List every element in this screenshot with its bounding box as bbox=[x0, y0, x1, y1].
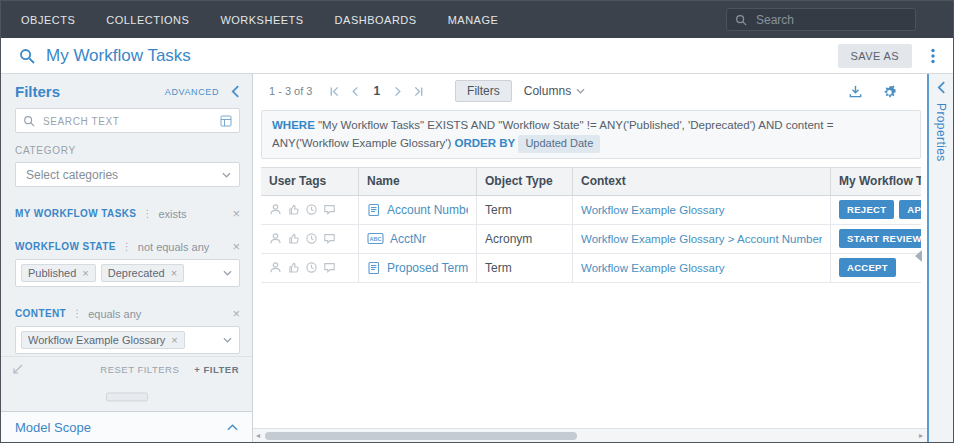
filter-name: MY WORKFLOW TASKS bbox=[15, 208, 136, 219]
properties-tab-label[interactable]: Properties bbox=[934, 103, 948, 162]
model-scope-section[interactable]: Model Scope bbox=[1, 411, 252, 442]
expand-panel-icon[interactable] bbox=[937, 81, 946, 94]
filters-toggle-button[interactable]: Filters bbox=[455, 80, 512, 102]
clock-icon[interactable] bbox=[305, 203, 318, 216]
user-icon[interactable] bbox=[269, 232, 282, 245]
filter-search-input[interactable] bbox=[41, 114, 214, 128]
expand-properties-handle[interactable] bbox=[915, 250, 922, 262]
category-label: CATEGORY bbox=[15, 145, 238, 156]
thumbs-up-icon[interactable] bbox=[287, 203, 300, 216]
column-header-context[interactable]: Context bbox=[573, 168, 831, 195]
remove-value-icon[interactable]: × bbox=[171, 335, 177, 346]
context-link[interactable]: Workflow Example Glossary bbox=[581, 262, 725, 274]
reset-filters-button[interactable]: RESET FILTERS bbox=[100, 364, 179, 375]
filter-value-pill: Published × bbox=[21, 264, 96, 282]
drag-handle-icon[interactable]: ⋮ bbox=[142, 209, 152, 219]
search-icon bbox=[735, 14, 747, 26]
column-header-name[interactable]: Name bbox=[359, 168, 477, 195]
nav-item-objects[interactable]: OBJECTS bbox=[21, 14, 75, 26]
filter-group-workflow-state: WORKFLOW STATE ⋮ not equals any × bbox=[15, 240, 240, 253]
category-select-input[interactable] bbox=[24, 167, 216, 183]
thumbs-up-icon[interactable] bbox=[287, 261, 300, 274]
approve-button[interactable]: APPROVE bbox=[899, 200, 921, 219]
scrollbar-thumb[interactable] bbox=[265, 432, 577, 440]
clock-icon[interactable] bbox=[305, 261, 318, 274]
object-type-text: Term bbox=[485, 203, 512, 217]
chevron-down-icon bbox=[576, 88, 585, 94]
chevron-up-icon[interactable] bbox=[227, 424, 238, 431]
clock-icon[interactable] bbox=[305, 232, 318, 245]
user-tag-icons bbox=[269, 232, 336, 245]
order-by-badge[interactable]: Updated Date bbox=[518, 135, 600, 153]
horizontal-scrollbar[interactable]: ◂ ▸ bbox=[253, 428, 927, 442]
model-scope-label: Model Scope bbox=[15, 420, 91, 435]
context-link[interactable]: Workflow Example Glossary bbox=[581, 204, 725, 216]
next-page-button[interactable] bbox=[387, 86, 408, 97]
object-type-text: Acronym bbox=[485, 232, 532, 246]
thumbs-up-icon[interactable] bbox=[287, 232, 300, 245]
remove-filter-icon[interactable]: × bbox=[232, 240, 240, 253]
column-header-my-workflow-tasks[interactable]: My Workflow Tasks bbox=[831, 168, 921, 195]
properties-panel-collapsed[interactable]: Properties bbox=[927, 74, 953, 442]
corner-arrow-icon[interactable] bbox=[11, 363, 24, 376]
columns-label: Columns bbox=[524, 84, 571, 98]
column-header-object-type[interactable]: Object Type bbox=[477, 168, 573, 195]
chevron-down-icon[interactable] bbox=[223, 270, 232, 276]
table-row: Proposed Term Term Workflow Example Glos… bbox=[261, 254, 921, 283]
category-select[interactable] bbox=[15, 162, 240, 187]
remove-value-icon[interactable]: × bbox=[82, 268, 88, 279]
add-filter-button[interactable]: + FILTER bbox=[194, 364, 239, 375]
previous-page-button[interactable] bbox=[345, 86, 366, 97]
panel-resize-grip[interactable] bbox=[106, 392, 148, 401]
user-icon[interactable] bbox=[269, 203, 282, 216]
context-link[interactable]: Workflow Example Glossary > Account Numb… bbox=[581, 233, 822, 245]
asset-name-link[interactable]: Proposed Term bbox=[387, 261, 468, 275]
remove-value-icon[interactable]: × bbox=[171, 268, 177, 279]
advanced-filters-link[interactable]: ADVANCED bbox=[165, 87, 219, 97]
filter-search-box[interactable] bbox=[15, 108, 240, 133]
results-area: 1 - 3 of 3 1 Filters Columns bbox=[253, 74, 927, 442]
asset-name-link[interactable]: Account Number bbox=[387, 203, 468, 217]
pill-label: Workflow Example Glossary bbox=[28, 334, 165, 346]
workflow-state-values-field[interactable]: Published × Deprecated × bbox=[15, 259, 240, 287]
global-search-box[interactable] bbox=[726, 8, 916, 31]
filter-group-my-workflow-tasks: MY WORKFLOW TASKS ⋮ exists × bbox=[15, 207, 240, 220]
drag-handle-icon[interactable]: ⋮ bbox=[72, 309, 82, 319]
comment-icon[interactable] bbox=[323, 203, 336, 216]
panel-splitter bbox=[1, 382, 252, 411]
asset-name-link[interactable]: AcctNr bbox=[390, 232, 426, 246]
collapse-filters-icon[interactable] bbox=[231, 85, 240, 98]
comment-icon[interactable] bbox=[323, 232, 336, 245]
accept-button[interactable]: ACCEPT bbox=[839, 258, 896, 277]
more-options-icon[interactable] bbox=[923, 46, 943, 66]
reject-button[interactable]: REJECT bbox=[839, 200, 894, 219]
comment-icon[interactable] bbox=[323, 261, 336, 274]
acronym-icon: ABC bbox=[367, 232, 384, 245]
global-search-input[interactable] bbox=[754, 12, 907, 28]
export-icon[interactable] bbox=[848, 84, 863, 99]
remove-filter-icon[interactable]: × bbox=[232, 307, 240, 320]
first-page-button[interactable] bbox=[324, 86, 345, 97]
search-options-icon[interactable] bbox=[220, 115, 232, 127]
nav-item-dashboards[interactable]: DASHBOARDS bbox=[335, 14, 417, 26]
user-icon[interactable] bbox=[269, 261, 282, 274]
nav-item-collections[interactable]: COLLECTIONS bbox=[106, 14, 189, 26]
table-row: Account Number Term Workflow Example Glo… bbox=[261, 196, 921, 225]
start-review-button[interactable]: START REVIEW bbox=[839, 229, 921, 248]
filter-name: CONTENT bbox=[15, 308, 66, 319]
filter-operator: exists bbox=[158, 208, 186, 220]
save-as-button[interactable]: SAVE AS bbox=[838, 44, 912, 68]
current-page-number[interactable]: 1 bbox=[366, 84, 387, 98]
nav-item-manage[interactable]: MANAGE bbox=[448, 14, 499, 26]
last-page-button[interactable] bbox=[408, 86, 429, 97]
column-header-user-tags[interactable]: User Tags bbox=[261, 168, 359, 195]
settings-gear-icon[interactable] bbox=[882, 84, 897, 99]
scroll-right-icon[interactable]: ▸ bbox=[919, 432, 923, 440]
nav-item-worksheets[interactable]: WORKSHEETS bbox=[220, 14, 303, 26]
content-values-field[interactable]: Workflow Example Glossary × bbox=[15, 326, 240, 354]
chevron-down-icon[interactable] bbox=[223, 337, 232, 343]
scroll-left-icon[interactable]: ◂ bbox=[256, 432, 260, 440]
columns-dropdown[interactable]: Columns bbox=[524, 84, 585, 98]
remove-filter-icon[interactable]: × bbox=[232, 207, 240, 220]
drag-handle-icon[interactable]: ⋮ bbox=[122, 242, 132, 252]
